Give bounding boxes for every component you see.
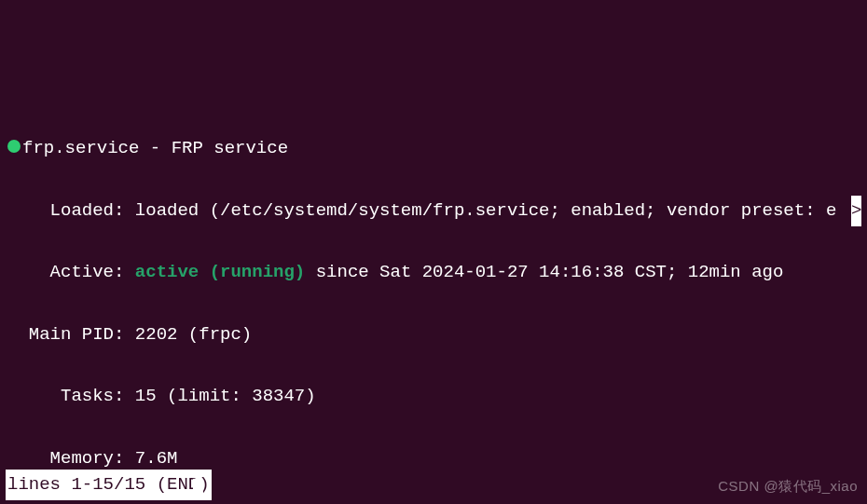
loaded-line: Loaded: loaded (/etc/systemd/system/frp.… [7, 196, 860, 226]
active-state: active [135, 262, 199, 282]
tasks-value: 15 (limit: 38347) [135, 386, 316, 406]
active-since: since Sat 2024-01-27 14:16:38 CST; 12min… [305, 262, 783, 282]
memory-value: 7.6M [135, 448, 178, 469]
service-name: frp.service [22, 138, 139, 158]
cursor-icon [193, 479, 203, 498]
tasks-label: Tasks: [7, 386, 135, 406]
mainpid-value: 2202 (frpc) [135, 324, 252, 345]
memory-label: Memory: [7, 448, 135, 469]
service-desc: - FRP service [139, 138, 288, 158]
active-label: Active: [7, 262, 135, 282]
watermark: CSDN @猿代码_xiao [718, 474, 858, 498]
mainpid-label: Main PID: [7, 324, 135, 345]
loaded-value: loaded (/etc/systemd/system/frp.service;… [135, 200, 837, 221]
mainpid-line: Main PID: 2202 (frpc) [7, 320, 860, 350]
service-header: frp.service - FRP service [7, 133, 860, 164]
tasks-line: Tasks: 15 (limit: 38347) [7, 381, 860, 412]
loaded-label: Loaded: [7, 200, 135, 221]
status-dot-icon [7, 140, 21, 153]
active-line: Active: active (running) since Sat 2024-… [7, 257, 860, 288]
active-substate: (running) [199, 262, 305, 282]
overflow-indicator: > [851, 196, 861, 226]
pager-status: lines 1-15/15 (END) [6, 470, 212, 500]
